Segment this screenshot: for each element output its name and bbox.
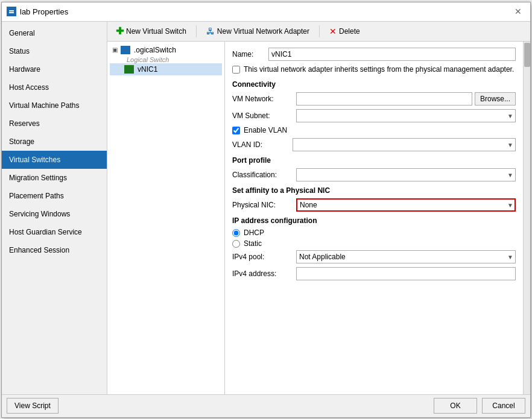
vlan-id-row: VLAN ID: ▼ <box>232 138 516 151</box>
footer-right: OK Cancel <box>434 398 525 414</box>
vlan-id-label: VLAN ID: <box>232 140 293 149</box>
physical-nic-dropdown-wrapper: None ▼ <box>296 198 516 212</box>
tree-expand-icon: ▣ <box>112 46 118 53</box>
toolbar-separator-1 <box>196 25 197 37</box>
tree-pane: ▣ .ogicalSwitch Logical Switch vNIC1 <box>107 42 225 394</box>
nic-icon <box>124 65 134 74</box>
dhcp-row: DHCP <box>232 228 516 237</box>
new-vna-icon: 🖧 <box>206 27 215 36</box>
tree-vnic1[interactable]: vNIC1 <box>110 63 222 75</box>
new-virtual-network-adapter-button[interactable]: 🖧 New Virtual Network Adapter <box>203 25 313 37</box>
ipv4-pool-dropdown-wrapper: Not Applicable ▼ <box>296 250 516 263</box>
inherit-row: This virtual network adapter inherits se… <box>232 65 516 75</box>
toolbar: ✚ New Virtual Switch 🖧 New Virtual Netwo… <box>107 22 530 42</box>
delete-label: Delete <box>339 27 360 36</box>
sidebar-item-host-access[interactable]: Host Access <box>2 78 107 96</box>
vnic1-label: vNIC1 <box>138 65 157 74</box>
vm-network-label: VM Network: <box>232 95 293 103</box>
port-profile-header: Port profile <box>232 156 516 165</box>
sidebar-item-placement-paths[interactable]: Placement Paths <box>2 187 107 205</box>
view-script-button[interactable]: View Script <box>7 398 59 414</box>
tree-logical-switch[interactable]: ▣ .ogicalSwitch <box>110 44 222 56</box>
detail-pane: Name: This virtual network adapter inher… <box>225 42 523 394</box>
sidebar-item-status[interactable]: Status <box>2 42 107 60</box>
content-area: ✚ New Virtual Switch 🖧 New Virtual Netwo… <box>107 22 530 394</box>
vm-network-row: VM Network: Browse... <box>232 92 516 106</box>
vm-subnet-dropdown-wrapper: ▼ <box>296 109 516 122</box>
switch-icon <box>121 46 130 54</box>
sidebar-item-virtual-machine-paths[interactable]: Virtual Machine Paths <box>2 96 107 115</box>
ipv4-address-label: IPv4 address: <box>232 269 293 278</box>
svg-rect-1 <box>9 10 14 11</box>
vm-subnet-row: VM Subnet: ▼ <box>232 109 516 122</box>
sidebar-item-host-guardian[interactable]: Host Guardian Service <box>2 223 107 241</box>
sidebar-item-migration-settings[interactable]: Migration Settings <box>2 169 107 187</box>
logical-switch-label: .ogicalSwitch <box>134 46 176 54</box>
footer: View Script OK Cancel <box>2 394 530 417</box>
delete-icon: ✕ <box>329 27 337 36</box>
svg-rect-2 <box>9 12 14 13</box>
title-bar-left: lab Properties <box>7 7 68 16</box>
new-virtual-switch-icon: ✚ <box>116 27 124 36</box>
enable-vlan-label: Enable VLAN <box>244 126 287 134</box>
logical-switch-sublabel: Logical Switch <box>110 56 222 63</box>
window-title: lab Properties <box>20 7 68 16</box>
inherit-checkbox[interactable] <box>232 66 240 74</box>
vm-subnet-label: VM Subnet: <box>232 112 293 120</box>
browse-button[interactable]: Browse... <box>475 92 516 106</box>
new-vna-label: New Virtual Network Adapter <box>217 27 309 36</box>
dhcp-radio[interactable] <box>232 229 240 237</box>
classification-label: Classification: <box>232 171 293 179</box>
new-virtual-switch-label: New Virtual Switch <box>126 27 186 36</box>
sidebar: General Status Hardware Host Access Virt… <box>2 22 107 394</box>
ipv4-pool-label: IPv4 pool: <box>232 253 293 261</box>
toolbar-separator-2 <box>319 25 320 37</box>
classification-select[interactable] <box>296 168 516 181</box>
sidebar-item-virtual-switches[interactable]: Virtual Switches <box>2 151 107 169</box>
sidebar-item-general[interactable]: General <box>2 24 107 42</box>
close-button[interactable]: ✕ <box>511 5 525 17</box>
classification-row: Classification: ▼ <box>232 168 516 181</box>
ok-button[interactable]: OK <box>434 398 477 414</box>
static-radio[interactable] <box>232 240 240 248</box>
ip-config-header: IP address configuration <box>232 216 516 225</box>
enable-vlan-row: Enable VLAN <box>232 126 516 134</box>
title-bar: lab Properties ✕ <box>2 2 530 22</box>
classification-dropdown-wrapper: ▼ <box>296 168 516 181</box>
vlan-id-select[interactable] <box>293 138 516 151</box>
sidebar-item-enhanced-session[interactable]: Enhanced Session <box>2 241 107 259</box>
physical-nic-row: Physical NIC: None ▼ <box>232 198 516 212</box>
delete-button[interactable]: ✕ Delete <box>326 25 364 37</box>
ipv4-address-input[interactable] <box>296 267 516 280</box>
footer-left: View Script <box>7 398 59 414</box>
name-label: Name: <box>232 50 268 58</box>
scrollbar-thumb <box>524 43 530 67</box>
lab-properties-window: lab Properties ✕ General Status Hardware… <box>1 2 531 418</box>
vm-subnet-select[interactable] <box>296 109 516 122</box>
vlan-id-dropdown-wrapper: ▼ <box>293 138 516 151</box>
cancel-button[interactable]: Cancel <box>482 398 525 414</box>
main-content: General Status Hardware Host Access Virt… <box>2 22 530 394</box>
name-row: Name: <box>232 48 516 61</box>
physical-nic-label: Physical NIC: <box>232 201 293 209</box>
split-pane: ▣ .ogicalSwitch Logical Switch vNIC1 Nam… <box>107 42 530 394</box>
physical-nic-select[interactable]: None <box>296 198 516 212</box>
ipv4-address-row: IPv4 address: <box>232 267 516 280</box>
static-row: Static <box>232 239 516 248</box>
ipv4-pool-row: IPv4 pool: Not Applicable ▼ <box>232 250 516 263</box>
connectivity-header: Connectivity <box>232 80 516 89</box>
dhcp-label: DHCP <box>244 228 264 237</box>
sidebar-item-hardware[interactable]: Hardware <box>2 60 107 78</box>
name-input[interactable] <box>268 48 516 61</box>
new-virtual-switch-button[interactable]: ✚ New Virtual Switch <box>112 25 190 37</box>
detail-scrollbar[interactable] <box>523 42 530 394</box>
inherit-text: This virtual network adapter inherits se… <box>244 65 514 75</box>
vm-network-input[interactable] <box>296 92 472 106</box>
physical-nic-header: Set affinity to a Physical NIC <box>232 186 516 195</box>
sidebar-item-reserves[interactable]: Reserves <box>2 115 107 133</box>
static-label: Static <box>244 239 262 248</box>
sidebar-item-servicing-windows[interactable]: Servicing Windows <box>2 205 107 223</box>
sidebar-item-storage[interactable]: Storage <box>2 133 107 151</box>
ipv4-pool-select[interactable]: Not Applicable <box>296 250 516 263</box>
enable-vlan-checkbox[interactable] <box>232 127 240 134</box>
